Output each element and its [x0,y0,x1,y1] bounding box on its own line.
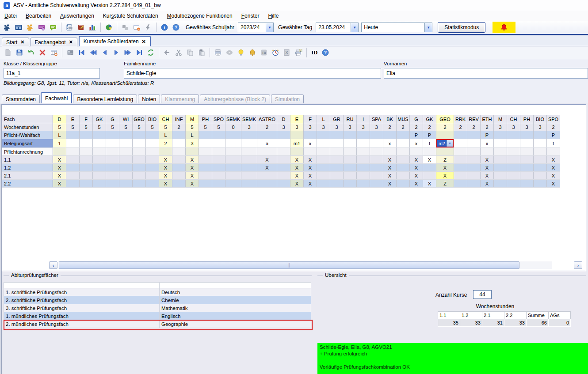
grid-cell[interactable] [133,172,146,180]
disc-gray-icon[interactable] [224,47,235,58]
cut-icon[interactable] [173,47,184,58]
subject-column-header[interactable]: PH [520,115,534,123]
subject-column-header[interactable]: CH [159,115,172,123]
grid-cell[interactable] [494,139,507,148]
grid-cell[interactable] [397,148,410,156]
delete-x-icon[interactable] [37,47,48,58]
grid-cell[interactable]: X [481,180,494,188]
subject-column-header[interactable]: E [290,115,304,123]
grid-cell[interactable] [133,139,146,148]
subject-column-header[interactable]: GEO [133,115,146,123]
grid-cell[interactable]: X [159,180,172,188]
grid-cell[interactable] [436,148,454,156]
grid-cell[interactable] [212,156,225,164]
grid-cell[interactable] [241,180,257,188]
grid-cell[interactable]: 2 [436,123,454,131]
grid-cell[interactable] [520,139,534,148]
abitur-row[interactable]: 1. mündliches PrüfungsfachEnglisch [4,312,311,320]
grid-cell[interactable]: 3 [357,123,370,131]
grid-cell[interactable] [317,180,330,188]
grid-cell[interactable]: X [186,180,199,188]
grid-cell[interactable]: X [290,172,304,180]
grid-cell[interactable] [199,148,212,156]
grid-cell[interactable]: X [290,180,304,188]
bar-chart-icon[interactable] [87,22,98,33]
grid-cell[interactable]: m2▼ [436,139,454,148]
subject-column-header[interactable]: GK [423,115,436,123]
grid-cell[interactable]: 3 [304,123,317,131]
subject-column-header[interactable]: GEO [436,115,454,123]
belegungsart-dropdown[interactable]: m2▼ [436,139,454,147]
grid-cell[interactable] [520,164,534,172]
grid-cell[interactable]: 5 [80,123,93,131]
grid-cell[interactable] [212,172,225,180]
grid-cell[interactable]: X [410,156,423,164]
subject-column-header[interactable]: RU [344,115,357,123]
grid-cell[interactable]: X [304,164,317,172]
grid-cell[interactable]: 5 [212,123,225,131]
grid-cell[interactable] [330,139,344,148]
grid-cell[interactable] [454,180,467,188]
nav-last-icon[interactable] [134,47,145,58]
subtab-fachwahl[interactable]: Fachwahl [41,92,72,103]
grid-cell[interactable] [241,148,257,156]
grid-cell[interactable] [241,164,257,172]
arrow-left-gray-icon[interactable] [162,47,172,58]
grid-cell[interactable] [133,156,146,164]
grid-cell[interactable] [277,172,290,180]
grid-cell[interactable] [370,156,383,164]
grid-cell[interactable]: X [53,164,66,172]
grid-cell[interactable] [423,164,436,172]
grid-cell[interactable] [330,180,344,188]
grid-cell[interactable] [370,180,383,188]
grid-cell[interactable] [146,172,159,180]
grid-cell[interactable] [520,156,534,164]
grid-cell[interactable] [454,139,467,148]
grid-cell[interactable] [257,148,277,156]
grid-cell[interactable] [225,164,241,172]
statistikmodus-button[interactable]: Statistikmodus [438,22,485,33]
subtab-stammdaten[interactable]: Stammdaten [2,94,40,103]
grid-cell[interactable] [330,131,344,139]
grid-cell[interactable] [370,164,383,172]
grid-cell[interactable] [106,139,119,148]
bell-red-icon[interactable] [499,22,509,33]
grid-cell[interactable]: 3 [507,123,520,131]
grid-cell[interactable]: P [547,131,560,139]
grid-cell[interactable]: 3 [370,123,383,131]
pie-chart-icon[interactable] [103,22,114,33]
subject-column-header[interactable]: BIO [146,115,159,123]
bulb-icon[interactable] [236,47,246,58]
table-badge-icon[interactable] [49,47,59,58]
alert-bell-box[interactable] [493,22,515,33]
grid-cell[interactable] [241,131,257,139]
grid-cell[interactable]: 2 [481,123,494,131]
nav-first-icon[interactable] [76,47,87,58]
grid-cell[interactable] [344,180,357,188]
grid-cell[interactable] [467,156,481,164]
grid-cell[interactable] [520,131,534,139]
grid-cell[interactable] [106,172,119,180]
grid-cell[interactable]: 5 [53,123,66,131]
grid-cell[interactable]: 3 [277,123,290,131]
grid-cell[interactable] [357,139,370,148]
grid-cell[interactable] [106,180,119,188]
chevron-down-icon[interactable]: ▼ [266,23,273,32]
help-circle-icon[interactable]: ? [171,22,181,33]
grid-cell[interactable] [146,148,159,156]
grid-cell[interactable]: 0 [225,123,241,131]
grid-cell[interactable] [225,139,241,148]
grid-cell[interactable] [397,164,410,172]
grid-cell[interactable]: 3 [494,123,507,131]
grid-cell[interactable] [257,180,277,188]
menu-item-datei[interactable]: Datei [0,11,21,20]
grid-cell[interactable]: X [304,180,317,188]
grid-cell[interactable] [80,139,93,148]
grid-cell[interactable] [467,180,481,188]
grid-cell[interactable] [370,172,383,180]
grid-cell[interactable] [133,131,146,139]
menu-item-kursstufe-schülerdaten[interactable]: Kursstufe Schülerdaten [99,11,163,20]
grid-cell[interactable]: X [547,172,560,180]
grid-cell[interactable]: X [304,156,317,164]
tab-kursstufe-schülerdaten[interactable]: Kursstufe Schülerdaten✕ [79,36,151,46]
